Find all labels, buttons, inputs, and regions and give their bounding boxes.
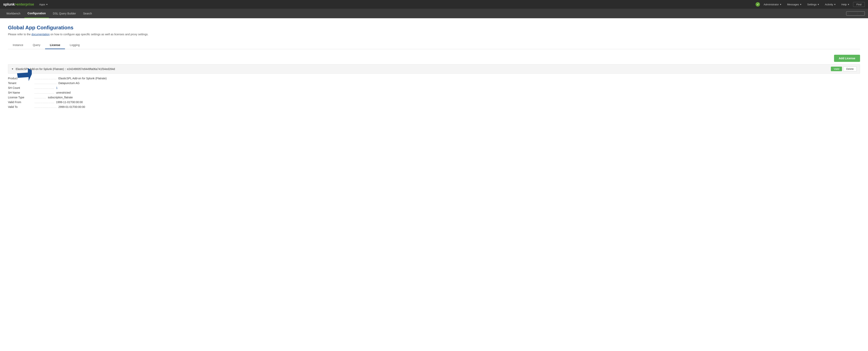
find-button[interactable]: Find	[853, 2, 865, 7]
blue-arrow-annotation	[14, 64, 32, 83]
documentation-link[interactable]: documentation	[31, 33, 50, 36]
settings-chevron-icon: ▼	[817, 3, 819, 5]
workbench-tab[interactable]: Workbench	[3, 9, 24, 18]
svg-marker-0	[15, 65, 32, 82]
detail-key: SH Name	[8, 91, 34, 94]
add-license-button[interactable]: Add License	[834, 55, 860, 62]
blue-arrow-icon	[14, 64, 32, 82]
main-content: Global App Configurations Please refer t…	[0, 18, 868, 118]
detail-value: unrestricted	[56, 91, 70, 94]
help-menu[interactable]: Help ▼	[839, 2, 851, 7]
tab-query[interactable]: Query	[28, 41, 45, 49]
detail-row: License Type..........subscription_flatr…	[8, 96, 860, 99]
detail-key: SH Count	[8, 86, 34, 90]
elasticspl-logo: ElasticSPL	[846, 11, 865, 16]
detail-dots: ..........	[35, 96, 46, 99]
license-details: Product...................ElasticSPL Add…	[8, 74, 860, 112]
detail-value: 2999-01-01T00:00:00	[58, 105, 85, 108]
activity-chevron-icon: ▼	[834, 3, 836, 5]
top-nav: splunk>enterprise Apps ▼ ✓ Administrator…	[0, 0, 868, 9]
apps-chevron-icon: ▼	[46, 3, 48, 5]
license-section: Add License ▼ ElasticSPL Add-on for Splu…	[8, 55, 860, 112]
detail-row: Valid To...................2999-01-01T00…	[8, 105, 860, 108]
page-title: Global App Configurations	[8, 25, 860, 31]
messages-menu[interactable]: Messages ▼	[785, 2, 804, 7]
detail-key: License Type	[8, 96, 34, 99]
administrator-chevron-icon: ▼	[780, 3, 782, 5]
detail-value: Datapunctum AG	[58, 81, 80, 85]
detail-value: 1	[56, 86, 58, 90]
detail-row: SH Name.................unrestricted	[8, 91, 860, 94]
tab-instance[interactable]: Instance	[8, 41, 28, 49]
tab-logging[interactable]: Logging	[65, 41, 85, 49]
detail-dots: ...................	[35, 105, 57, 108]
valid-badge: Valid	[831, 67, 842, 71]
tabs-container: Instance Query License Logging	[8, 41, 860, 49]
detail-value: 1999-11-01T00:00:00	[56, 101, 83, 104]
detail-dots: .................	[35, 101, 55, 104]
administrator-menu[interactable]: Administrator ▼	[762, 2, 783, 7]
add-license-btn-container: Add License	[8, 55, 860, 62]
tab-license[interactable]: License	[45, 41, 65, 49]
detail-key: Valid From	[8, 101, 34, 104]
detail-key: Valid To	[8, 105, 34, 108]
configuration-tab[interactable]: Configuration	[25, 9, 49, 18]
elastic-logo-text: Elastic	[849, 12, 857, 15]
second-nav: Workbench Configuration DSL Query Builde…	[0, 9, 868, 18]
detail-dots: ...................	[35, 77, 57, 80]
detail-row: Tenant...................Datapunctum AG	[8, 81, 860, 85]
dsl-query-builder-tab[interactable]: DSL Query Builder	[50, 9, 79, 18]
expand-license-icon[interactable]: ▼	[11, 68, 14, 70]
detail-row: Product...................ElasticSPL Add…	[8, 77, 860, 80]
detail-dots: .................	[35, 91, 55, 94]
apps-menu[interactable]: Apps ▼	[37, 2, 50, 7]
page-subtitle: Please refer to the documentation on how…	[8, 33, 860, 36]
messages-chevron-icon: ▼	[800, 3, 802, 5]
detail-value: subscription_flatrate	[48, 96, 73, 99]
help-chevron-icon: ▼	[847, 3, 849, 5]
status-icon: ✓	[755, 2, 760, 6]
settings-menu[interactable]: Settings ▼	[805, 2, 821, 7]
detail-dots: .................	[35, 86, 55, 90]
activity-menu[interactable]: Activity ▼	[823, 2, 838, 7]
detail-value: ElasticSPL Add-on for Splunk (Flatrate)	[58, 77, 107, 80]
delete-license-button[interactable]: Delete	[843, 66, 857, 71]
splunk-logo: splunk>enterprise	[3, 2, 34, 6]
detail-row: SH Count.................1	[8, 86, 860, 90]
search-tab[interactable]: Search	[80, 9, 95, 18]
detail-row: Valid From.................1999-11-01T00…	[8, 101, 860, 104]
detail-dots: ...................	[35, 81, 57, 85]
spl-logo-text: SPL	[858, 12, 863, 15]
license-row: ▼ ElasticSPL Add-on for Splunk (Flatrate…	[8, 64, 860, 74]
